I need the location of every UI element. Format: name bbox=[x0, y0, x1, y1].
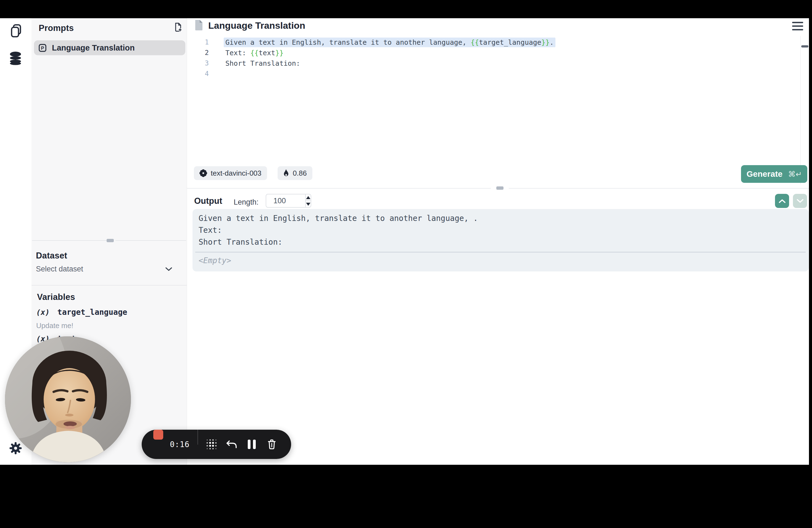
output-line: Short Translation: bbox=[199, 236, 812, 248]
editor-scrollbar-thumb[interactable] bbox=[801, 45, 808, 47]
split-resize-handle[interactable] bbox=[496, 186, 504, 190]
variables-heading: Variables bbox=[37, 292, 75, 302]
prompt-file-icon: P bbox=[39, 44, 46, 52]
panel-divider bbox=[31, 285, 187, 285]
toolbar-divider bbox=[198, 430, 198, 444]
panel-divider bbox=[115, 240, 186, 241]
generate-label: Generate bbox=[746, 169, 782, 179]
panel-resize-handle[interactable] bbox=[106, 239, 114, 242]
line-number: 1 bbox=[201, 39, 209, 46]
output-panel: Given a text in English, translate it to… bbox=[192, 209, 809, 272]
code-line: 2Text: {{text}} bbox=[201, 47, 797, 58]
editor-scrollbar-track bbox=[800, 36, 801, 184]
code-text: Short Translation: bbox=[226, 59, 300, 68]
output-next-button[interactable] bbox=[793, 194, 807, 208]
split-divider bbox=[509, 188, 809, 189]
output-line: Text: bbox=[199, 224, 812, 236]
gear-icon bbox=[9, 441, 22, 455]
new-prompt-button[interactable] bbox=[174, 22, 182, 33]
output-divider bbox=[195, 252, 806, 252]
chevron-down-icon bbox=[797, 199, 804, 203]
line-number: 3 bbox=[201, 59, 209, 67]
prompts-heading: Prompts bbox=[39, 23, 74, 33]
chevron-up-icon bbox=[779, 199, 786, 203]
variable-name: target_language bbox=[57, 308, 127, 317]
code-line: 1Given a text in English, translate it t… bbox=[201, 37, 797, 47]
prompts-nav-button[interactable] bbox=[10, 24, 22, 38]
model-name: text-davinci-003 bbox=[211, 169, 262, 178]
model-icon bbox=[199, 169, 207, 177]
trash-icon bbox=[267, 439, 277, 450]
datasets-nav-button[interactable] bbox=[10, 52, 22, 65]
webcam-video bbox=[5, 336, 131, 462]
output-line: Given a text in English, translate it to… bbox=[199, 212, 812, 224]
pause-icon bbox=[248, 440, 250, 449]
stop-recording-button[interactable] bbox=[153, 430, 163, 440]
panel-divider bbox=[32, 240, 106, 241]
recording-toolbar: 0:16 bbox=[142, 430, 291, 459]
temperature-badge[interactable]: 0.86 bbox=[278, 166, 313, 180]
menu-icon bbox=[792, 22, 803, 23]
variable-value-input[interactable]: Update me! bbox=[36, 321, 73, 330]
drag-dots-handle[interactable] bbox=[206, 430, 217, 459]
dataset-select-value: Select dataset bbox=[36, 265, 83, 274]
screen: Prompts P Language Translation Dataset S… bbox=[0, 0, 812, 528]
temperature-value: 0.86 bbox=[293, 169, 307, 178]
webcam-overlay[interactable] bbox=[5, 336, 131, 462]
prompt-item-label: Language Translation bbox=[52, 43, 135, 53]
settings-button[interactable] bbox=[9, 441, 22, 455]
recording-timer: 0:16 bbox=[170, 430, 189, 459]
output-previous-button[interactable] bbox=[775, 194, 789, 208]
model-selector-badge[interactable]: text-davinci-003 bbox=[194, 166, 267, 180]
generate-button[interactable]: Generate ⌘↵ bbox=[741, 165, 807, 183]
prompt-code-editor[interactable]: 1Given a text in English, translate it t… bbox=[201, 37, 797, 79]
code-line: 4 bbox=[201, 69, 797, 79]
line-number: 4 bbox=[201, 70, 209, 78]
database-icon bbox=[10, 52, 22, 65]
line-number: 2 bbox=[201, 49, 209, 57]
output-heading: Output bbox=[194, 196, 222, 206]
length-input[interactable] bbox=[266, 194, 305, 207]
pages-icon bbox=[10, 24, 22, 38]
generate-shortcut: ⌘↵ bbox=[788, 170, 802, 178]
arrow-up-icon bbox=[306, 196, 310, 199]
dataset-select[interactable]: Select dataset bbox=[36, 265, 182, 274]
output-empty-placeholder: <Empty> bbox=[199, 255, 231, 266]
length-stepper bbox=[266, 194, 311, 208]
variable-x-icon: (x) bbox=[36, 308, 50, 317]
undo-icon bbox=[226, 440, 237, 449]
document-icon bbox=[194, 19, 203, 32]
code-text: Given a text in English, translate it to… bbox=[224, 38, 555, 47]
sidebar-item-prompt[interactable]: P Language Translation bbox=[34, 40, 185, 55]
split-divider bbox=[187, 188, 491, 189]
length-label: Length: bbox=[234, 198, 259, 207]
file-plus-icon bbox=[174, 23, 182, 32]
length-decrement-button[interactable] bbox=[306, 201, 311, 207]
output-text: Given a text in English, translate it to… bbox=[192, 212, 809, 248]
dots-grid-icon bbox=[206, 439, 217, 450]
menu-button[interactable] bbox=[792, 22, 803, 33]
code-text: Text: {{text}} bbox=[226, 49, 284, 57]
editor-title: Language Translation bbox=[208, 20, 305, 31]
dataset-heading: Dataset bbox=[36, 251, 67, 261]
restart-recording-button[interactable] bbox=[226, 430, 237, 459]
variable-row: (x) target_language bbox=[36, 308, 127, 317]
arrow-down-icon bbox=[306, 203, 310, 206]
chevron-down-icon bbox=[165, 267, 172, 272]
length-increment-button[interactable] bbox=[306, 194, 311, 201]
delete-recording-button[interactable] bbox=[267, 430, 277, 459]
flame-icon bbox=[283, 169, 289, 177]
code-line: 3Short Translation: bbox=[201, 58, 797, 69]
svg-text:P: P bbox=[41, 46, 44, 51]
pause-recording-button[interactable] bbox=[248, 430, 256, 459]
